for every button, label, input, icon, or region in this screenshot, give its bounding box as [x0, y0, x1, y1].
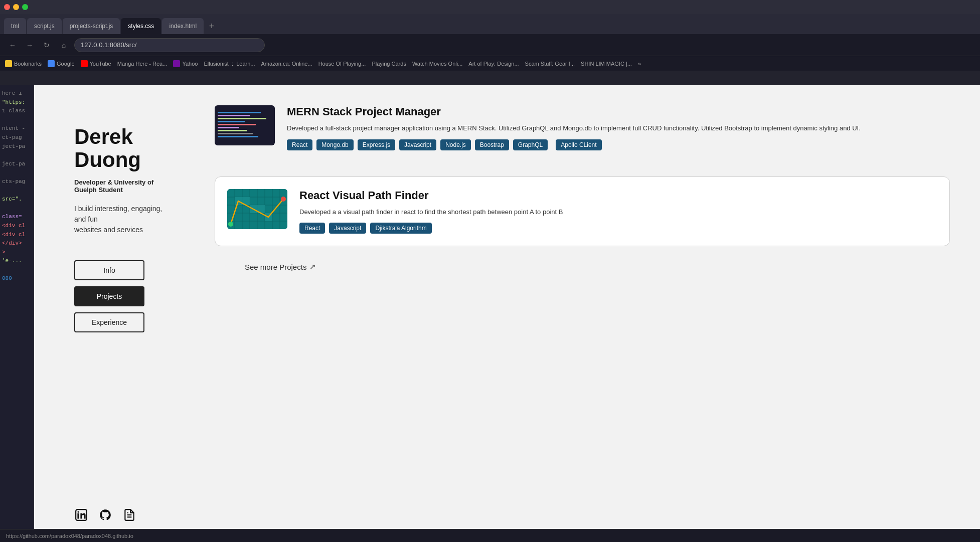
tab-label-script: script.js — [34, 23, 55, 30]
projects-nav-button[interactable]: Projects — [74, 286, 144, 306]
project-tags-mern: React Mongo.db Express.js Javascript Nod… — [287, 139, 950, 150]
tag-mongodb: Mongo.db — [316, 139, 353, 150]
bm-watch-movies[interactable]: Watch Movies Onli... — [412, 61, 462, 67]
svg-point-23 — [228, 222, 233, 227]
url-bar[interactable]: 127.0.0.1:8080/src/ — [74, 38, 265, 52]
svg-rect-1 — [77, 513, 79, 519]
tab-index-html[interactable]: index.html — [162, 18, 204, 34]
browser-window: tml script.js projects-script.js styles.… — [0, 14, 980, 542]
project-title-pathfinder: React Visual Path Finder — [299, 189, 937, 202]
project-title-mern: MERN Stack Project Manager — [287, 105, 950, 118]
tag-react-2: React — [299, 223, 325, 234]
project-card-pathfinder: React Visual Path Finder Developed a a v… — [215, 176, 950, 247]
project-desc-pathfinder: Developed a a visual path finder in reac… — [299, 207, 937, 217]
bm-google[interactable]: Google — [48, 60, 74, 67]
github-icon[interactable] — [98, 508, 112, 522]
tab-label-projects-script: projects-script.js — [70, 23, 113, 30]
minimize-dot[interactable] — [13, 4, 19, 10]
project-tags-pathfinder: React Javascript Djikstra'a Algorithm — [299, 223, 937, 234]
new-tab-button[interactable]: + — [205, 19, 219, 33]
project-info-mern: MERN Stack Project Manager Developed a f… — [287, 105, 950, 150]
webpage-viewport: Derek Duong Developer & University of Gu… — [34, 85, 980, 542]
project-card-mern: MERN Stack Project Manager Developed a f… — [215, 105, 950, 160]
tag-apollo: Apollo CLient — [556, 139, 601, 150]
bm-shin-lim[interactable]: SHIN LIM MAGIC |... — [581, 61, 632, 67]
developer-subtitle: Developer & University of Guelph Student — [74, 178, 175, 194]
address-bar: ← → ↻ ⌂ 127.0.0.1:8080/src/ — [0, 34, 980, 56]
bm-more[interactable]: » — [638, 61, 641, 67]
project-info-pathfinder: React Visual Path Finder Developed a a v… — [299, 189, 937, 234]
tab-projects-script[interactable]: projects-script.js — [63, 18, 120, 34]
status-url: https://github.com/paradox048/paradox048… — [6, 533, 133, 539]
developer-name: Derek Duong — [74, 125, 175, 171]
linkedin-icon[interactable] — [74, 508, 88, 522]
bm-ellusionist[interactable]: Ellusionist ::: Learn... — [204, 61, 255, 67]
tag-react: React — [287, 139, 312, 150]
left-panel: Derek Duong Developer & University of Gu… — [34, 85, 195, 542]
url-text: 127.0.0.1:8080/src/ — [81, 41, 136, 49]
bm-amazon[interactable]: Amazon.ca: Online... — [261, 61, 312, 67]
tab-label-index: index.html — [169, 23, 197, 30]
external-link-icon: ↗ — [309, 262, 316, 271]
social-icons — [74, 508, 175, 522]
bm-scam[interactable]: Scam Stuff: Gear f... — [525, 61, 575, 67]
resume-icon[interactable] — [122, 508, 136, 522]
tag-bootstrap: Boostrap — [475, 139, 509, 150]
nav-buttons: Info Projects Experience — [74, 260, 175, 332]
bm-house[interactable]: House Of Playing... — [318, 61, 366, 67]
bookmarks-bar: Bookmarks Google YouTube Manga Here - Re… — [0, 56, 980, 71]
right-panel: MERN Stack Project Manager Developed a f… — [195, 85, 980, 542]
browser-content: here i "https: 1 class ntent - ct-pag je… — [0, 85, 980, 542]
tag-express: Express.js — [358, 139, 395, 150]
close-dot[interactable] — [4, 4, 10, 10]
home-button[interactable]: ⌂ — [57, 39, 70, 52]
os-bar — [0, 0, 980, 14]
bm-bookmarks[interactable]: Bookmarks — [5, 60, 42, 67]
svg-point-2 — [77, 511, 79, 512]
tag-javascript-2: Javascript — [329, 223, 366, 234]
tag-graphql: GraphQL — [513, 139, 548, 150]
tag-javascript: Javascript — [399, 139, 436, 150]
tab-bar: tml script.js projects-script.js styles.… — [0, 14, 980, 34]
maximize-dot[interactable] — [22, 4, 28, 10]
see-more-projects[interactable]: See more Projects ↗ — [245, 262, 316, 271]
status-bar: https://github.com/paradox048/paradox048… — [0, 529, 980, 542]
project-desc-mern: Developed a full-stack project manager a… — [287, 123, 950, 133]
developer-tagline: I build interesting, engaging, and funwe… — [74, 204, 175, 235]
code-editor-sidebar: here i "https: 1 class ntent - ct-pag je… — [0, 85, 34, 542]
project-thumb-mern — [215, 105, 275, 145]
forward-button[interactable]: → — [23, 39, 36, 52]
info-nav-button[interactable]: Info — [74, 260, 144, 280]
tab-script-js[interactable]: script.js — [27, 18, 62, 34]
tab-label-styles: styles.css — [128, 23, 154, 30]
bm-playing-cards[interactable]: Playing Cards — [372, 61, 406, 67]
bm-yahoo[interactable]: Yahoo — [173, 60, 198, 67]
tag-nodejs: Node.js — [440, 139, 471, 150]
bm-art-of-play[interactable]: Art of Play: Design... — [468, 61, 519, 67]
svg-point-24 — [281, 197, 286, 202]
refresh-button[interactable]: ↻ — [40, 39, 53, 52]
project-thumb-pathfinder — [227, 189, 287, 229]
tag-dijkstra: Djikstra'a Algorithm — [370, 223, 431, 234]
tab-tml[interactable]: tml — [4, 18, 26, 34]
experience-nav-button[interactable]: Experience — [74, 312, 144, 332]
bm-youtube[interactable]: YouTube — [81, 60, 111, 67]
bm-manga[interactable]: Manga Here - Rea... — [117, 61, 168, 67]
tab-styles-css[interactable]: styles.css — [121, 18, 161, 34]
see-more-label: See more Projects — [245, 263, 306, 271]
tab-label-tml: tml — [11, 23, 19, 30]
back-button[interactable]: ← — [6, 39, 19, 52]
